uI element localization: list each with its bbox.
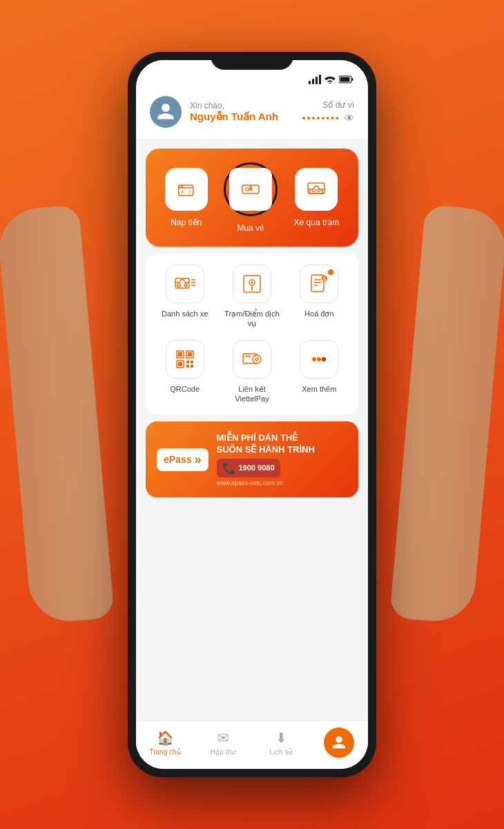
nav-hop-thu-label: Hộp thư <box>211 748 235 756</box>
action-xe-qua-tram[interactable]: Xe qua trạm <box>294 168 340 227</box>
wifi-icon <box>324 75 336 84</box>
balance-mask: •••••••• <box>302 113 340 124</box>
service-xem-them[interactable]: Xem thêm <box>291 340 347 404</box>
svg-point-48 <box>322 357 326 361</box>
banner-main-text: MIỄN PHÍ DÁN THẺSUÔN SẼ HÀNH TRÌNH <box>217 432 348 456</box>
svg-text:$: $ <box>323 276 326 282</box>
epass-banner[interactable]: ePass » MIỄN PHÍ DÁN THẺSUÔN SẼ HÀNH TRÌ… <box>146 421 358 497</box>
svg-point-17 <box>184 284 187 287</box>
banner-url: www.epass-vetc.com.vn <box>217 479 348 486</box>
service-tram-diem[interactable]: Trạm/Điểm dịch vụ <box>224 265 280 329</box>
epass-arrow-icon: » <box>194 452 201 467</box>
nav-trang-chu[interactable]: 🏠 Trang chủ <box>136 730 194 756</box>
svg-rect-37 <box>191 361 193 363</box>
home-icon: 🏠 <box>157 730 174 746</box>
banner-container: ePass » MIỄN PHÍ DÁN THẺSUÔN SẼ HÀNH TRÌ… <box>146 421 358 497</box>
service-viettel-pay-label: Liên kết ViettelPay <box>224 384 280 404</box>
more-icon <box>308 348 330 370</box>
action-xe-qua-tram-label: Xe qua trạm <box>294 218 340 227</box>
svg-rect-33 <box>188 352 192 356</box>
nav-lich-su-label: Lịch sử <box>270 748 293 756</box>
epass-logo: ePass » <box>157 448 209 471</box>
history-icon: ⬇ <box>275 730 287 746</box>
action-card: $ Nap tiền <box>146 149 358 247</box>
epass-brand-text: ePass <box>164 454 191 465</box>
mail-icon: ✉ <box>217 730 229 746</box>
svg-rect-38 <box>186 365 189 368</box>
car-gate-icon <box>306 179 327 200</box>
header: Xin chào, Nguyễn Tuấn Anh Số dư ví •••••… <box>136 88 368 139</box>
badge-dot <box>328 269 333 275</box>
invoice-icon: $ <box>308 273 330 295</box>
nav-trang-chu-label: Trang chủ <box>149 748 180 756</box>
service-qrcode-label: QRCode <box>170 384 200 394</box>
bottom-nav: 🏠 Trang chủ ✉ Hộp thư ⬇ Lịch sử <box>136 721 368 769</box>
balance-label: Số dư ví <box>322 100 354 110</box>
banner-phone-number: 1900 9080 <box>239 464 275 472</box>
svg-point-5 <box>182 191 183 193</box>
service-viettel-pay[interactable]: Liên kết ViettelPay <box>224 340 280 404</box>
profile-button[interactable] <box>324 727 354 758</box>
profile-icon <box>331 735 347 750</box>
action-mua-ve-label: Mua vé <box>237 223 264 233</box>
nav-lich-su[interactable]: ⬇ Lịch sử <box>252 730 310 756</box>
avatar[interactable] <box>150 96 182 128</box>
service-grid: Danh sách xe Trạm/Điểm dịch vụ <box>146 254 358 414</box>
ticket-icon: ✦ <box>240 179 261 200</box>
svg-rect-35 <box>178 362 182 366</box>
action-nap-tien-label: Nap tiền <box>171 218 202 227</box>
service-tram-diem-label: Trạm/Điểm dịch vụ <box>224 309 280 329</box>
svg-rect-2 <box>340 77 350 82</box>
battery-icon <box>339 75 354 84</box>
svg-point-23 <box>251 282 253 284</box>
svg-rect-31 <box>178 352 182 356</box>
svg-rect-1 <box>352 78 353 81</box>
svg-point-16 <box>177 284 180 287</box>
user-name: Nguyễn Tuấn Anh <box>190 111 278 123</box>
svg-point-46 <box>317 357 321 361</box>
svg-rect-36 <box>186 361 189 363</box>
svg-rect-39 <box>191 365 193 368</box>
svg-point-45 <box>312 357 316 361</box>
car-list-icon <box>174 273 196 295</box>
service-hoa-don-label: Hoá đơn <box>304 309 333 318</box>
location-icon <box>241 273 263 295</box>
service-hoa-don[interactable]: $ Hoá đơn <box>291 265 347 329</box>
viettel-pay-icon <box>241 348 263 370</box>
phone-icon: 📞 <box>222 461 236 475</box>
nav-hop-thu[interactable]: ✉ Hộp thư <box>194 730 252 756</box>
svg-text:✦: ✦ <box>249 186 253 192</box>
eye-icon[interactable]: 👁 <box>345 113 354 124</box>
service-xem-them-label: Xem thêm <box>302 384 336 394</box>
greeting-text: Xin chào, <box>190 101 278 111</box>
wallet-icon: $ <box>176 179 197 200</box>
service-danh-sach-xe[interactable]: Danh sách xe <box>157 265 213 329</box>
service-danh-sach-xe-label: Danh sách xe <box>162 309 208 318</box>
qr-icon <box>174 348 196 370</box>
action-nap-tien[interactable]: $ Nap tiền <box>165 168 208 227</box>
nav-profile[interactable] <box>310 727 368 758</box>
service-qrcode[interactable]: QRCode <box>157 340 213 404</box>
action-mua-ve[interactable]: ✦ Mua vé <box>224 162 278 233</box>
